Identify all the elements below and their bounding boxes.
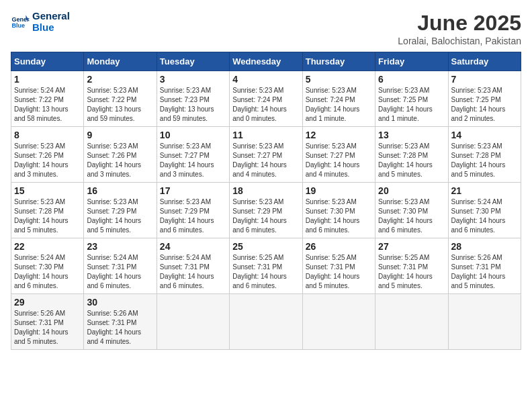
day-details: Sunrise: 5:26 AM Sunset: 7:31 PM Dayligh…: [14, 309, 81, 347]
day-number: 8: [14, 130, 81, 140]
calendar-cell: [375, 294, 448, 350]
day-number: 30: [87, 297, 153, 308]
svg-text:Blue: Blue: [11, 22, 25, 29]
header-friday: Friday: [375, 52, 448, 71]
day-details: Sunrise: 5:24 AM Sunset: 7:30 PM Dayligh…: [14, 253, 81, 291]
day-number: 15: [14, 185, 81, 196]
day-number: 2: [87, 74, 153, 85]
day-number: 11: [232, 130, 299, 140]
calendar-cell: 17 Sunrise: 5:23 AM Sunset: 7:29 PM Dayl…: [157, 183, 229, 238]
logo-blue: Blue: [32, 22, 70, 34]
calendar-cell: 21 Sunrise: 5:24 AM Sunset: 7:30 PM Dayl…: [448, 183, 521, 238]
calendar-week-1: 1 Sunrise: 5:24 AM Sunset: 7:22 PM Dayli…: [11, 71, 521, 127]
calendar-cell: [448, 294, 521, 350]
day-number: 1: [14, 74, 81, 85]
day-number: 17: [160, 185, 226, 196]
calendar-header-row: SundayMondayTuesdayWednesdayThursdayFrid…: [11, 52, 521, 71]
calendar-week-4: 22 Sunrise: 5:24 AM Sunset: 7:30 PM Dayl…: [11, 238, 521, 294]
calendar-cell: 23 Sunrise: 5:24 AM Sunset: 7:31 PM Dayl…: [84, 238, 157, 294]
calendar-cell: 1 Sunrise: 5:24 AM Sunset: 7:22 PM Dayli…: [11, 71, 84, 127]
day-number: 21: [451, 185, 518, 196]
calendar-cell: 27 Sunrise: 5:25 AM Sunset: 7:31 PM Dayl…: [375, 238, 448, 294]
header-wednesday: Wednesday: [230, 52, 302, 71]
calendar-cell: [157, 294, 229, 350]
calendar-cell: 9 Sunrise: 5:23 AM Sunset: 7:26 PM Dayli…: [84, 127, 157, 183]
calendar-cell: 4 Sunrise: 5:23 AM Sunset: 7:24 PM Dayli…: [230, 71, 302, 127]
header-tuesday: Tuesday: [157, 52, 229, 71]
calendar-cell: 16 Sunrise: 5:23 AM Sunset: 7:29 PM Dayl…: [84, 183, 157, 238]
day-number: 28: [451, 241, 518, 252]
calendar-cell: 3 Sunrise: 5:23 AM Sunset: 7:23 PM Dayli…: [157, 71, 229, 127]
day-number: 25: [232, 241, 299, 252]
calendar-cell: [302, 294, 375, 350]
day-number: 13: [378, 130, 445, 140]
month-year-title: June 2025: [398, 11, 521, 36]
calendar-cell: 7 Sunrise: 5:23 AM Sunset: 7:25 PM Dayli…: [448, 71, 521, 127]
calendar-cell: 24 Sunrise: 5:24 AM Sunset: 7:31 PM Dayl…: [157, 238, 229, 294]
logo-general: General: [32, 11, 70, 22]
day-number: 7: [451, 74, 518, 85]
day-details: Sunrise: 5:24 AM Sunset: 7:31 PM Dayligh…: [160, 253, 226, 291]
logo-icon: General Blue: [11, 13, 30, 32]
day-number: 10: [160, 130, 226, 140]
calendar-cell: 28 Sunrise: 5:26 AM Sunset: 7:31 PM Dayl…: [448, 238, 521, 294]
day-details: Sunrise: 5:23 AM Sunset: 7:28 PM Dayligh…: [378, 142, 445, 179]
day-details: Sunrise: 5:23 AM Sunset: 7:27 PM Dayligh…: [160, 142, 226, 179]
calendar-cell: 11 Sunrise: 5:23 AM Sunset: 7:27 PM Dayl…: [230, 127, 302, 183]
day-details: Sunrise: 5:23 AM Sunset: 7:28 PM Dayligh…: [14, 197, 81, 235]
day-number: 24: [160, 241, 226, 252]
calendar-cell: 22 Sunrise: 5:24 AM Sunset: 7:30 PM Dayl…: [11, 238, 84, 294]
calendar-cell: 20 Sunrise: 5:23 AM Sunset: 7:30 PM Dayl…: [375, 183, 448, 238]
calendar-cell: 25 Sunrise: 5:25 AM Sunset: 7:31 PM Dayl…: [230, 238, 302, 294]
day-number: 14: [451, 130, 518, 140]
calendar-cell: 5 Sunrise: 5:23 AM Sunset: 7:24 PM Dayli…: [302, 71, 375, 127]
calendar-cell: 26 Sunrise: 5:25 AM Sunset: 7:31 PM Dayl…: [302, 238, 375, 294]
calendar-cell: 13 Sunrise: 5:23 AM Sunset: 7:28 PM Dayl…: [375, 127, 448, 183]
day-details: Sunrise: 5:25 AM Sunset: 7:31 PM Dayligh…: [232, 253, 299, 291]
day-number: 4: [232, 74, 299, 85]
day-details: Sunrise: 5:24 AM Sunset: 7:30 PM Dayligh…: [451, 197, 518, 235]
day-number: 9: [87, 130, 153, 140]
logo: General Blue General Blue: [11, 11, 70, 33]
calendar-cell: 12 Sunrise: 5:23 AM Sunset: 7:27 PM Dayl…: [302, 127, 375, 183]
day-details: Sunrise: 5:23 AM Sunset: 7:22 PM Dayligh…: [87, 86, 153, 124]
day-details: Sunrise: 5:23 AM Sunset: 7:29 PM Dayligh…: [160, 197, 226, 235]
day-details: Sunrise: 5:23 AM Sunset: 7:26 PM Dayligh…: [87, 142, 153, 179]
day-details: Sunrise: 5:23 AM Sunset: 7:30 PM Dayligh…: [306, 197, 372, 235]
calendar-cell: 19 Sunrise: 5:23 AM Sunset: 7:30 PM Dayl…: [302, 183, 375, 238]
day-details: Sunrise: 5:25 AM Sunset: 7:31 PM Dayligh…: [378, 253, 445, 291]
day-details: Sunrise: 5:23 AM Sunset: 7:28 PM Dayligh…: [451, 142, 518, 179]
day-details: Sunrise: 5:25 AM Sunset: 7:31 PM Dayligh…: [306, 253, 372, 291]
day-number: 20: [378, 185, 445, 196]
day-number: 6: [378, 74, 445, 85]
day-details: Sunrise: 5:26 AM Sunset: 7:31 PM Dayligh…: [87, 309, 153, 347]
title-block: June 2025 Loralai, Balochistan, Pakistan: [398, 11, 521, 46]
day-details: Sunrise: 5:23 AM Sunset: 7:23 PM Dayligh…: [160, 86, 226, 124]
calendar-cell: 15 Sunrise: 5:23 AM Sunset: 7:28 PM Dayl…: [11, 183, 84, 238]
calendar-cell: 30 Sunrise: 5:26 AM Sunset: 7:31 PM Dayl…: [84, 294, 157, 350]
header-saturday: Saturday: [448, 52, 521, 71]
day-details: Sunrise: 5:23 AM Sunset: 7:27 PM Dayligh…: [232, 142, 299, 179]
day-details: Sunrise: 5:23 AM Sunset: 7:25 PM Dayligh…: [451, 86, 518, 124]
header-sunday: Sunday: [11, 52, 84, 71]
day-details: Sunrise: 5:23 AM Sunset: 7:24 PM Dayligh…: [232, 86, 299, 124]
day-number: 19: [306, 185, 372, 196]
day-details: Sunrise: 5:23 AM Sunset: 7:29 PM Dayligh…: [232, 197, 299, 235]
day-details: Sunrise: 5:23 AM Sunset: 7:27 PM Dayligh…: [306, 142, 372, 179]
day-number: 12: [306, 130, 372, 140]
day-details: Sunrise: 5:23 AM Sunset: 7:24 PM Dayligh…: [306, 86, 372, 124]
calendar-cell: 6 Sunrise: 5:23 AM Sunset: 7:25 PM Dayli…: [375, 71, 448, 127]
calendar-cell: 2 Sunrise: 5:23 AM Sunset: 7:22 PM Dayli…: [84, 71, 157, 127]
day-details: Sunrise: 5:26 AM Sunset: 7:31 PM Dayligh…: [451, 253, 518, 291]
calendar-week-5: 29 Sunrise: 5:26 AM Sunset: 7:31 PM Dayl…: [11, 294, 521, 350]
calendar-cell: 18 Sunrise: 5:23 AM Sunset: 7:29 PM Dayl…: [230, 183, 302, 238]
header-thursday: Thursday: [302, 52, 375, 71]
day-details: Sunrise: 5:24 AM Sunset: 7:22 PM Dayligh…: [14, 86, 81, 124]
day-number: 22: [14, 241, 81, 252]
calendar-cell: 14 Sunrise: 5:23 AM Sunset: 7:28 PM Dayl…: [448, 127, 521, 183]
day-number: 3: [160, 74, 226, 85]
day-number: 23: [87, 241, 153, 252]
day-number: 26: [306, 241, 372, 252]
calendar-cell: 29 Sunrise: 5:26 AM Sunset: 7:31 PM Dayl…: [11, 294, 84, 350]
day-details: Sunrise: 5:23 AM Sunset: 7:29 PM Dayligh…: [87, 197, 153, 235]
